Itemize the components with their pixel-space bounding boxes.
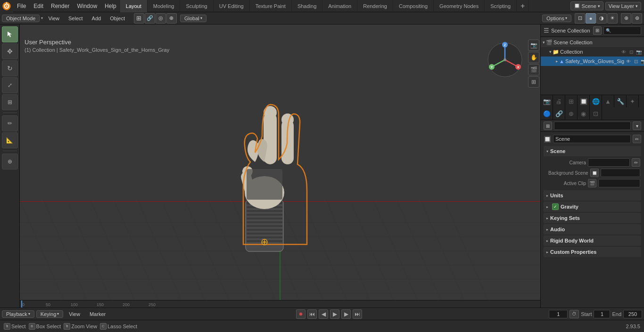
overlay-btn[interactable]: ⊕ xyxy=(621,13,631,24)
gizmo-btn[interactable]: ⊛ xyxy=(632,13,642,24)
render-shading-btn[interactable]: ☀ xyxy=(607,13,618,24)
rotate-tool[interactable]: ↻ xyxy=(2,60,18,76)
prev-frame-btn[interactable]: ◀ xyxy=(319,309,328,319)
measure-tool[interactable]: 📐 xyxy=(2,132,18,148)
transform-tool[interactable]: ⊞ xyxy=(2,94,18,110)
viewport-hand-btn[interactable]: ✋ xyxy=(528,52,539,63)
viewport-3d[interactable]: User Perspective (1) Collection | Safety… xyxy=(20,24,540,308)
tab-layout[interactable]: Layout xyxy=(120,0,148,12)
object-menu[interactable]: Object xyxy=(106,15,129,22)
outliner-col-rend-btn[interactable]: 📷 xyxy=(636,49,642,55)
menu-edit[interactable]: Edit xyxy=(30,0,47,12)
playback-btn[interactable]: Playback ▾ xyxy=(2,310,34,318)
scale-tool[interactable]: ⤢ xyxy=(2,77,18,93)
custom-props-header[interactable]: ▸ Custom Properties xyxy=(544,247,641,257)
props-tab-physics[interactable]: 🔵 xyxy=(541,107,553,120)
menu-file[interactable]: File xyxy=(13,0,30,12)
outliner-obj-vis-btn[interactable]: 👁 xyxy=(625,58,632,65)
pivot-btn[interactable]: ⊕ xyxy=(166,13,177,24)
frame-counter[interactable]: 1 xyxy=(549,310,568,318)
wireframe-shading-btn[interactable]: ⊡ xyxy=(575,13,585,24)
scene-section-header[interactable]: ▾ Scene xyxy=(544,146,641,156)
rigid-body-header[interactable]: ▸ Rigid Body World xyxy=(544,235,641,246)
marker-btn[interactable]: Marker xyxy=(86,311,109,317)
jump-to-end-btn[interactable]: ⏭ xyxy=(353,309,362,319)
active-clip-icon[interactable]: 🎬 xyxy=(588,179,596,187)
add-cube-tool[interactable]: ⊕ xyxy=(2,154,18,170)
menu-render[interactable]: Render xyxy=(47,0,73,12)
frame-counter-icon[interactable]: ⏱ xyxy=(570,310,579,318)
scene-name-field[interactable]: Scene xyxy=(553,135,631,143)
keying-btn[interactable]: Keying ▾ xyxy=(36,310,64,318)
scene-dropdown[interactable]: 🔲 Scene ▾ xyxy=(570,1,603,10)
options-btn[interactable]: Options ▾ xyxy=(542,15,571,22)
props-tab-scene[interactable]: 🔲 xyxy=(578,95,590,107)
tab-scripting[interactable]: Scripting xyxy=(485,0,517,12)
camera-value[interactable] xyxy=(588,158,630,167)
outliner-collection[interactable]: ▾ 📁 Collection 👁 ⊡ 📷 xyxy=(541,47,644,57)
tab-sculpting[interactable]: Sculpting xyxy=(180,0,213,12)
keying-sets-header[interactable]: ▸ Keying Sets xyxy=(544,213,641,223)
next-frame-btn[interactable]: ▶ xyxy=(341,309,351,319)
end-frame-field[interactable]: 250 xyxy=(623,310,642,318)
props-tab-world[interactable]: 🌐 xyxy=(590,95,602,107)
add-workspace-button[interactable]: + xyxy=(517,0,529,12)
annotate-tool[interactable]: ✏ xyxy=(2,115,18,131)
record-btn[interactable]: ⏺ xyxy=(296,309,305,319)
viewport-film-btn[interactable]: 🎬 xyxy=(528,64,539,75)
gravity-checkbox[interactable]: ✓ xyxy=(552,203,559,210)
view-timeline-btn[interactable]: View xyxy=(65,311,84,317)
navigation-gizmo[interactable]: Z X Y xyxy=(486,41,524,80)
solid-shading-btn[interactable]: ● xyxy=(586,13,596,24)
props-tab-object[interactable]: ▲ xyxy=(602,95,614,107)
proportional-edit-btn[interactable]: ◎ xyxy=(156,13,166,24)
tab-compositing[interactable]: Compositing xyxy=(393,0,434,12)
props-tab-material[interactable]: ◉ xyxy=(578,107,590,120)
props-tab-texture[interactable]: ⊡ xyxy=(590,107,602,120)
props-filter-btn[interactable]: ⊞ xyxy=(544,121,552,130)
gravity-section-header[interactable]: ▸ ✓ Gravity xyxy=(544,202,641,212)
view-menu[interactable]: View xyxy=(44,15,63,22)
props-tab-modifier[interactable]: 🔧 xyxy=(614,95,627,107)
viewport-view3-btn[interactable]: ⊞ xyxy=(528,76,539,88)
play-btn[interactable]: ▶ xyxy=(330,309,339,319)
background-scene-value[interactable] xyxy=(601,169,640,177)
props-search-input[interactable] xyxy=(554,121,631,130)
props-tab-particles[interactable]: ✦ xyxy=(627,95,639,107)
props-tab-constraints[interactable]: 🔗 xyxy=(553,107,565,120)
move-tool[interactable]: ✥ xyxy=(2,43,18,59)
outliner-col-vis-btn[interactable]: 👁 xyxy=(620,49,627,55)
tab-animation[interactable]: Animation xyxy=(322,0,357,12)
menu-help[interactable]: Help xyxy=(101,0,120,12)
background-scene-icon[interactable]: 🔲 xyxy=(590,169,599,177)
timeline-ruler[interactable]: 0 50 100 150 200 250 xyxy=(20,300,540,308)
jump-to-start-btn[interactable]: ⏮ xyxy=(307,309,317,319)
tab-geometry-nodes[interactable]: Geometry Nodes xyxy=(434,0,485,12)
outliner-obj-rend-btn[interactable]: 📷 xyxy=(640,58,644,65)
props-tab-object-data[interactable]: ⊕ xyxy=(565,107,578,120)
tab-uv-editing[interactable]: UV Editing xyxy=(214,0,250,12)
view-layer-dropdown[interactable]: View Layer ▾ xyxy=(605,2,641,10)
outliner-obj-sel-btn[interactable]: ⊡ xyxy=(633,58,639,65)
tab-modeling[interactable]: Modeling xyxy=(148,0,181,12)
tab-texture-paint[interactable]: Texture Paint xyxy=(250,0,292,12)
active-clip-value[interactable] xyxy=(598,179,640,187)
material-shading-btn[interactable]: ◑ xyxy=(596,13,607,24)
outliner-col-sel-btn[interactable]: ⊡ xyxy=(628,49,635,55)
outliner-filter-btn[interactable]: ⊞ xyxy=(593,26,602,35)
outliner-object-gloves[interactable]: ▸ ▲ Safety_Work_Gloves_Sig 👁 ⊡ 📷 xyxy=(541,57,644,66)
add-menu[interactable]: Add xyxy=(88,15,105,22)
transform-orientation[interactable]: Global ▾ xyxy=(180,15,206,22)
props-tab-view-layer[interactable]: ⊞ xyxy=(565,95,578,107)
select-menu[interactable]: Select xyxy=(65,15,87,22)
object-mode-btn[interactable]: Object Mode xyxy=(2,15,40,22)
tab-shading[interactable]: Shading xyxy=(292,0,322,12)
scene-collection-header[interactable]: ▾ 🎬 Scene Collection xyxy=(541,38,644,47)
camera-edit-btn[interactable]: ✏ xyxy=(632,158,640,167)
cursor-tool[interactable] xyxy=(2,26,18,42)
tab-rendering[interactable]: Rendering xyxy=(357,0,393,12)
scene-edit-btn[interactable]: ✏ xyxy=(633,135,641,143)
transform-icon-btn[interactable]: ⊞ xyxy=(134,13,144,24)
props-tab-render[interactable]: 📷 xyxy=(541,95,553,107)
start-frame-field[interactable]: 1 xyxy=(594,310,610,318)
